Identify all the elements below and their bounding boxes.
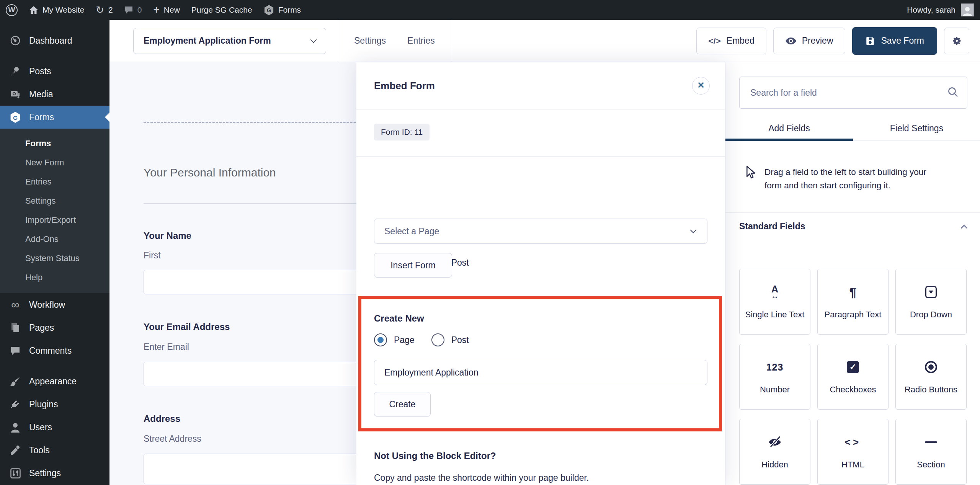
block-editor-heading: Not Using the Block Editor? [374,451,496,461]
purge-cache-menu[interactable]: Purge SG Cache [186,0,258,20]
field-label-email: Your Email Address [144,322,230,332]
hidden-icon [768,434,782,451]
tab-entries[interactable]: Entries [407,36,435,46]
field-button-hidden[interactable]: Hidden [739,419,810,485]
forms-submenu: Forms New Form Entries Settings Import/E… [0,129,109,293]
tab-field-settings[interactable]: Field Settings [853,123,980,142]
number-icon: 123 [766,359,784,376]
wordpress-logo-icon: W [6,4,18,16]
field-button-single-line-text[interactable]: A↔ Single Line Text [739,269,810,335]
chevron-down-icon [310,36,317,43]
embed-button[interactable]: </> Embed [696,28,766,54]
save-form-label: Save Form [881,36,924,46]
sidebar-item-comments[interactable]: Comments [0,339,109,362]
sidebar-item-plugins[interactable]: Plugins [0,393,109,416]
tab-settings[interactable]: Settings [354,36,386,46]
insert-form-button[interactable]: Insert Form [374,253,452,278]
sidebar-item-workflow[interactable]: ∞ Workflow [0,293,109,316]
sidebar-item-appearance[interactable]: Appearance [0,370,109,393]
field-button-html[interactable]: <> HTML [817,419,889,485]
form-selector-dropdown[interactable]: Employment Application Form [133,28,326,54]
form-selector-value: Employment Application Form [144,36,271,46]
select-page-placeholder: Select a Page [384,226,439,237]
create-button[interactable]: Create [374,392,431,416]
standard-fields-header[interactable]: Standard Fields [739,221,967,232]
radio-selected-icon [374,333,387,346]
sidebar-item-settings[interactable]: Settings [0,462,109,485]
howdy-label[interactable]: Howdy, sarah [907,5,956,15]
field-button-drop-down[interactable]: Drop Down [895,269,967,335]
field-button-number[interactable]: 123 Number [739,344,810,410]
form-section-title: Your Personal Information [144,166,276,179]
gravity-forms-icon: G [9,111,21,123]
wrench-icon [9,445,21,456]
chevron-down-icon [690,227,697,234]
avatar[interactable] [961,3,974,16]
sidebar-item-pages[interactable]: Pages [0,316,109,339]
radio-buttons-icon [925,359,937,376]
forms-admin-menu[interactable]: G Forms [258,0,307,20]
sliders-icon [9,468,21,478]
submenu-item-forms[interactable]: Forms [0,134,109,153]
form-settings-gear-button[interactable] [944,28,969,54]
new-menu[interactable]: + New [147,0,185,20]
sidebar-item-label: Workflow [29,300,65,310]
field-sublabel-first: First [144,250,161,261]
sidebar-item-posts[interactable]: Posts [0,60,109,83]
save-form-button[interactable]: Save Form [852,27,937,55]
select-page-dropdown[interactable]: Select a Page [374,219,707,244]
submenu-item-system-status[interactable]: System Status [0,249,109,268]
updates-menu[interactable]: ↻ 2 [90,0,118,20]
checkboxes-icon: ✓ [847,359,859,376]
comments-menu[interactable]: 0 [119,0,148,20]
html-icon: <> [845,434,861,451]
sidebar-item-forms[interactable]: G Forms [0,106,109,129]
sidebar-item-label: Media [29,89,53,100]
field-label-address: Address [144,413,180,424]
submenu-item-entries[interactable]: Entries [0,172,109,191]
cursor-icon [745,165,756,192]
submenu-item-new-form[interactable]: New Form [0,153,109,172]
sidebar-item-dashboard[interactable]: Dashboard [0,29,109,52]
sidebar-item-label: Tools [29,445,50,456]
site-name-link[interactable]: My Website [23,0,90,20]
infinity-icon: ∞ [9,300,21,309]
svg-text:G: G [13,114,18,121]
code-icon: </> [708,36,721,46]
field-button-radio-buttons[interactable]: Radio Buttons [895,344,967,410]
wordpress-logo-menu[interactable]: W [0,0,23,20]
submenu-item-import-export[interactable]: Import/Export [0,211,109,230]
field-button-paragraph-text[interactable]: ¶ Paragraph Text [817,269,889,335]
sidebar-item-label: Dashboard [29,36,72,46]
radio-post-create[interactable]: Post [431,333,469,346]
sidebar-item-tools[interactable]: Tools [0,439,109,462]
field-button-checkboxes[interactable]: ✓ Checkboxes [817,344,889,410]
preview-button[interactable]: Preview [773,28,845,54]
sidebar-item-media[interactable]: Media [0,83,109,106]
radio-page-create[interactable]: Page [374,333,415,346]
field-sublabel-enter-email: Enter Email [144,342,189,352]
create-new-heading: Create New [374,313,424,324]
plus-icon: + [153,4,159,16]
updates-icon: ↻ [96,5,104,15]
comment-bubble-icon [9,346,21,356]
search-input[interactable] [739,77,967,109]
field-button-section[interactable]: Section [895,419,967,485]
modal-title: Embed Form [374,80,435,92]
site-name-label: My Website [42,5,84,15]
submenu-item-help[interactable]: Help [0,268,109,287]
radio-unselected-icon [431,333,444,346]
new-page-title-input[interactable] [374,360,707,385]
svg-text:G: G [267,7,271,13]
new-label: New [164,5,180,15]
field-label-your-name: Your Name [144,230,191,241]
submenu-item-add-ons[interactable]: Add-Ons [0,230,109,249]
embed-label: Embed [727,36,755,46]
sidebar-item-label: Appearance [29,376,77,387]
submenu-item-settings[interactable]: Settings [0,191,109,211]
close-icon[interactable]: × [692,77,710,95]
sidebar: Dashboard Posts Media G Forms Forms New … [0,20,109,485]
panel-divider [725,212,980,213]
sidebar-item-users[interactable]: Users [0,416,109,439]
paragraph-text-icon: ¶ [849,284,857,300]
